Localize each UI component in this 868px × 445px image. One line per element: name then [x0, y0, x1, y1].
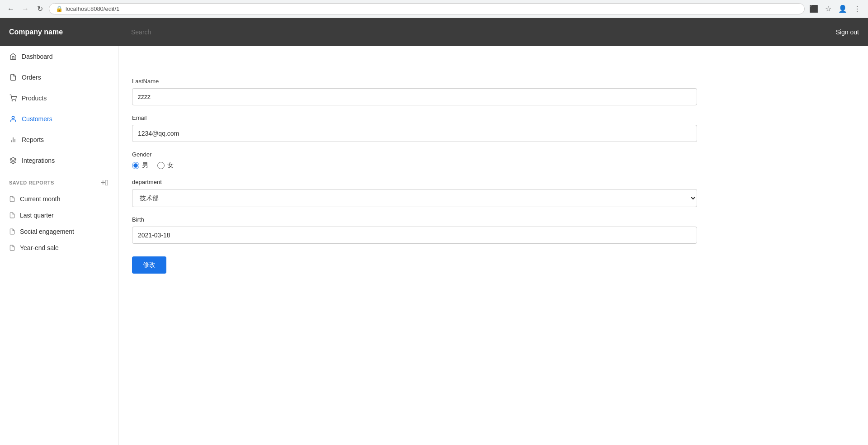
birth-input[interactable]	[132, 227, 697, 244]
saved-reports-section: SAVED REPORTS +⃝ Current month	[0, 171, 118, 260]
birth-group: Birth	[132, 216, 697, 244]
sidebar-nav: Dashboard Orders Product	[0, 64, 118, 171]
file-icon	[9, 73, 17, 81]
gender-female-option[interactable]: 女	[157, 161, 174, 170]
address-bar[interactable]: 🔒 localhost:8080/edit/1	[49, 3, 805, 14]
email-group: Email	[132, 114, 697, 142]
sidebar-item-customers[interactable]: Customers	[0, 109, 118, 129]
sidebar-item-integrations[interactable]: Integrations	[0, 150, 118, 171]
cast-icon[interactable]: ⬛	[808, 4, 819, 14]
gender-female-radio[interactable]	[157, 162, 165, 169]
svg-marker-6	[10, 157, 16, 161]
gender-male-option[interactable]: 男	[132, 161, 148, 170]
bar-chart-icon	[9, 136, 17, 144]
cart-icon	[9, 94, 17, 102]
saved-report-current-month-label: Current month	[20, 195, 60, 203]
sidebar-item-orders-label: Orders	[22, 74, 41, 81]
add-report-button[interactable]: +⃝	[100, 178, 109, 187]
report-doc-icon-last-quarter	[9, 212, 15, 218]
svg-point-2	[12, 116, 14, 118]
sign-out-button[interactable]: Sign out	[836, 28, 859, 36]
svg-point-1	[15, 100, 16, 101]
saved-report-last-quarter[interactable]: Last quarter	[9, 207, 109, 223]
birth-label: Birth	[132, 216, 697, 223]
sidebar: Dashboard Orders Product	[0, 64, 118, 445]
company-name: Company name	[9, 28, 127, 36]
gender-female-label: 女	[167, 161, 174, 170]
saved-reports-title: SAVED REPORTS	[9, 180, 54, 185]
url-text: localhost:8080/edit/1	[66, 5, 119, 12]
gender-options: 男 女	[132, 161, 697, 170]
profile-icon[interactable]: 👤	[837, 4, 848, 14]
sidebar-item-products[interactable]: Products	[0, 88, 118, 109]
browser-actions: ⬛ ☆ 👤 ⋮	[808, 4, 863, 14]
gender-label: Gender	[132, 151, 697, 158]
bookmark-icon[interactable]: ☆	[823, 4, 834, 14]
report-doc-icon-year-end-sale	[9, 245, 15, 251]
email-input[interactable]	[132, 125, 697, 142]
forward-button[interactable]: →	[20, 4, 31, 14]
email-label: Email	[132, 114, 697, 121]
submit-button[interactable]: 修改	[132, 256, 166, 274]
saved-report-social-engagement-label: Social engagement	[20, 228, 74, 235]
sidebar-item-products-label: Products	[22, 95, 47, 102]
saved-report-year-end-sale[interactable]: Year-end sale	[9, 240, 109, 256]
saved-report-last-quarter-label: Last quarter	[20, 212, 54, 219]
sidebar-item-reports-label: Reports	[22, 136, 44, 143]
back-button[interactable]: ←	[5, 4, 16, 14]
sidebar-item-customers-label: Customers	[22, 115, 52, 123]
report-doc-icon-current-month	[9, 196, 15, 202]
main-content: LastName Email Gender 男 女	[118, 64, 868, 445]
layers-icon	[9, 156, 17, 165]
lastname-input[interactable]	[132, 88, 697, 105]
saved-report-social-engagement[interactable]: Social engagement	[9, 223, 109, 240]
gender-group: Gender 男 女	[132, 151, 697, 170]
saved-reports-header: SAVED REPORTS +⃝	[9, 178, 109, 187]
app-header: Company name Sign out	[0, 18, 868, 46]
reload-button[interactable]: ↻	[34, 4, 45, 14]
gender-male-label: 男	[142, 161, 148, 170]
search-input[interactable]	[127, 28, 836, 36]
person-icon	[9, 115, 17, 123]
sidebar-item-reports[interactable]: Reports	[0, 129, 118, 150]
edit-form: LastName Email Gender 男 女	[132, 78, 697, 274]
lastname-label: LastName	[132, 78, 697, 85]
lastname-group: LastName	[132, 78, 697, 105]
browser-chrome: ← → ↻ 🔒 localhost:8080/edit/1 ⬛ ☆ 👤 ⋮	[0, 0, 868, 18]
report-doc-icon-social-engagement	[9, 228, 15, 235]
department-label: department	[132, 179, 697, 185]
saved-report-current-month[interactable]: Current month	[9, 191, 109, 207]
menu-icon[interactable]: ⋮	[852, 4, 863, 14]
saved-report-year-end-sale-label: Year-end sale	[20, 244, 59, 251]
gender-male-radio[interactable]	[132, 162, 139, 169]
svg-point-0	[12, 100, 12, 101]
department-group: department 技术部 销售部 市场部 人事部 财务部	[132, 179, 697, 207]
sidebar-item-orders[interactable]: Orders	[0, 67, 118, 88]
department-select[interactable]: 技术部 销售部 市场部 人事部 财务部	[132, 189, 697, 207]
sidebar-item-integrations-label: Integrations	[22, 157, 55, 164]
